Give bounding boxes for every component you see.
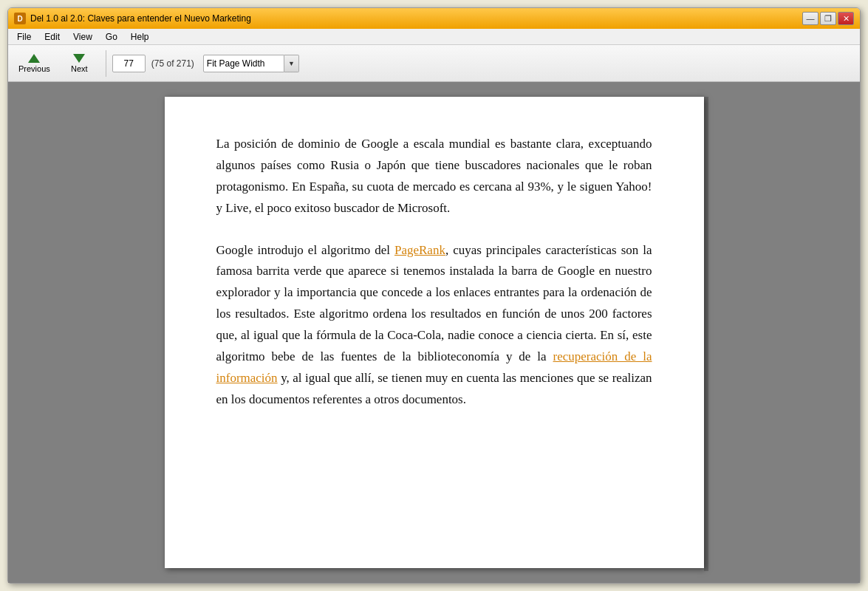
page-container[interactable]: La posición de dominio de Google a escal… xyxy=(8,82,860,583)
toolbar: Previous Next (75 of 271) Fit Page Width… xyxy=(8,45,860,82)
menu-file[interactable]: File xyxy=(11,30,37,44)
menu-bar: File Edit View Go Help xyxy=(8,29,860,45)
paragraph-1: La posición de dominio de Google a escal… xyxy=(216,134,652,219)
pagerank-link[interactable]: PageRank xyxy=(394,243,445,257)
previous-arrow-icon xyxy=(28,54,40,63)
fit-select-arrow-icon[interactable]: ▼ xyxy=(284,55,299,72)
menu-edit[interactable]: Edit xyxy=(38,30,66,44)
paragraph-2: Google introdujo el algoritmo del PageRa… xyxy=(216,240,652,411)
minimize-button[interactable]: — xyxy=(802,12,819,25)
previous-button[interactable]: Previous xyxy=(13,51,56,76)
toolbar-separator xyxy=(106,50,106,77)
menu-help[interactable]: Help xyxy=(125,30,155,44)
page-info: (75 of 271) xyxy=(151,58,194,69)
page-number-input[interactable] xyxy=(112,55,146,72)
previous-label: Previous xyxy=(18,64,50,73)
content-area: La posición de dominio de Google a escal… xyxy=(8,82,860,583)
next-button[interactable]: Next xyxy=(59,51,100,76)
title-bar: D Del 1.0 al 2.0: Claves para entender e… xyxy=(8,8,860,29)
menu-view[interactable]: View xyxy=(67,30,98,44)
fit-page-select[interactable]: Fit Page Width Fit Page Actual Size Cust… xyxy=(203,55,284,72)
window-controls: — ❐ ✕ xyxy=(802,12,854,25)
menu-go[interactable]: Go xyxy=(100,30,123,44)
window-title: Del 1.0 al 2.0: Claves para entender el … xyxy=(30,13,798,24)
page-content: La posición de dominio de Google a escal… xyxy=(165,97,704,568)
main-window: D Del 1.0 al 2.0: Claves para entender e… xyxy=(7,7,861,584)
restore-button[interactable]: ❐ xyxy=(820,12,836,25)
app-icon: D xyxy=(14,13,26,24)
next-arrow-icon xyxy=(73,54,85,63)
close-button[interactable]: ✕ xyxy=(838,12,854,25)
next-label: Next xyxy=(71,64,88,73)
fit-select-wrapper: Fit Page Width Fit Page Actual Size Cust… xyxy=(203,55,299,72)
